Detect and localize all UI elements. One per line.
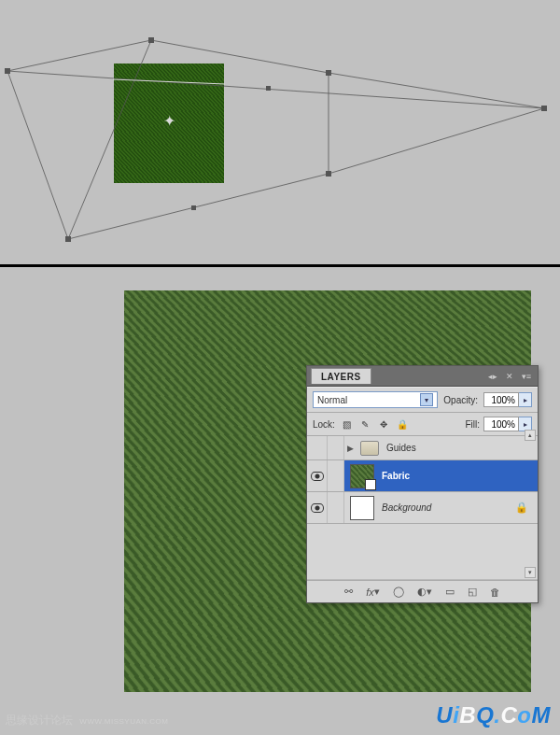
new-group-icon[interactable]: ▭: [445, 586, 455, 598]
layer-row-fabric[interactable]: Fabric: [307, 460, 538, 492]
lock-position-icon[interactable]: ✥: [378, 419, 390, 430]
scroll-down-icon[interactable]: ▾: [525, 567, 536, 578]
perspective-transform-canvas: ✦: [0, 0, 560, 264]
fill-input[interactable]: [483, 417, 519, 431]
svg-rect-4: [541, 106, 547, 111]
layer-name-background: Background: [378, 502, 515, 513]
layer-name-guides: Guides: [383, 443, 538, 453]
transform-wireframe: [0, 0, 560, 264]
blend-opacity-row: Normal ▾ Opacity: ▸: [307, 387, 538, 413]
svg-rect-8: [191, 205, 196, 210]
layer-list-empty-area: [307, 524, 538, 580]
chevron-down-icon: ▾: [420, 393, 433, 406]
layer-list-scrollbar[interactable]: ▴ ▾: [525, 430, 536, 578]
layer-list: ▶ Guides Fabric Background 🔒: [307, 436, 538, 580]
transform-center-icon[interactable]: ✦: [163, 112, 175, 130]
panel-footer: ⚯ fx▾ ◯ ◐▾ ▭ ◱ 🗑: [307, 580, 538, 602]
svg-rect-7: [266, 86, 271, 91]
layer-name-fabric: Fabric: [378, 471, 538, 481]
visibility-toggle[interactable]: [307, 492, 328, 523]
layer-mask-icon[interactable]: ◯: [393, 586, 404, 598]
scroll-up-icon[interactable]: ▴: [525, 430, 536, 441]
svg-rect-2: [148, 37, 154, 43]
svg-rect-6: [65, 236, 71, 242]
link-cell[interactable]: [328, 460, 344, 491]
eye-icon: [311, 472, 324, 481]
link-cell[interactable]: [328, 492, 344, 523]
svg-rect-1: [5, 68, 10, 74]
layer-row-guides[interactable]: ▶ Guides: [307, 436, 538, 460]
disclosure-icon[interactable]: ▶: [347, 444, 357, 453]
layer-thumbnail-fabric[interactable]: [350, 464, 374, 488]
svg-line-0: [113, 79, 225, 84]
visibility-toggle[interactable]: [307, 460, 328, 491]
layers-tab[interactable]: LAYERS: [311, 368, 371, 384]
lock-all-icon[interactable]: 🔒: [397, 419, 409, 430]
opacity-flyout-icon[interactable]: ▸: [519, 392, 532, 407]
new-layer-icon[interactable]: ◱: [468, 586, 477, 598]
opacity-input[interactable]: [483, 392, 519, 407]
link-cell[interactable]: [328, 436, 344, 459]
blend-mode-select[interactable]: Normal ▾: [313, 391, 438, 408]
watermark-right: UiBQ.CoM: [436, 702, 551, 728]
folder-icon: [360, 441, 379, 456]
opacity-label: Opacity:: [443, 395, 478, 405]
watermark-left: 思缘设计论坛 WWW.MISSYUAN.COM: [6, 713, 168, 728]
close-icon[interactable]: ✕: [504, 371, 515, 382]
layer-row-background[interactable]: Background 🔒: [307, 492, 538, 524]
link-layers-icon[interactable]: ⚯: [344, 586, 353, 598]
adjustment-layer-icon[interactable]: ◐▾: [417, 586, 432, 598]
panel-menu-icon[interactable]: ▾≡: [521, 371, 532, 382]
visibility-toggle[interactable]: [307, 436, 328, 459]
fill-label: Fill:: [465, 419, 480, 430]
layers-panel: LAYERS ◂▸ ✕ ▾≡ Normal ▾ Opacity: ▸ Lock:…: [306, 365, 539, 603]
blend-mode-value: Normal: [317, 395, 347, 405]
svg-rect-3: [326, 70, 331, 76]
layer-fx-icon[interactable]: fx▾: [366, 586, 380, 598]
delete-layer-icon[interactable]: 🗑: [490, 587, 500, 598]
svg-rect-5: [326, 171, 331, 177]
lock-label: Lock:: [313, 419, 335, 430]
eye-icon: [311, 503, 324, 513]
collapse-icon[interactable]: ◂▸: [487, 371, 498, 382]
lock-fill-row: Lock: ▧ ✎ ✥ 🔒 Fill: ▸: [307, 413, 538, 436]
layer-thumbnail-background[interactable]: [350, 496, 374, 520]
lock-transparency-icon[interactable]: ▧: [341, 419, 353, 430]
panel-header: LAYERS ◂▸ ✕ ▾≡: [307, 366, 538, 387]
lock-pixels-icon[interactable]: ✎: [359, 419, 371, 430]
